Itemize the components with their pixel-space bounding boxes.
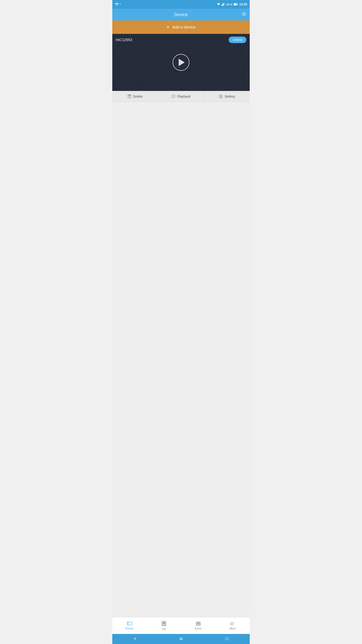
- setting-icon: [219, 94, 223, 98]
- svg-rect-8: [237, 4, 238, 5]
- device-name: HIC12553: [116, 38, 132, 42]
- content-area: [112, 102, 250, 617]
- svg-rect-3: [223, 3, 224, 6]
- svg-point-25: [164, 623, 165, 624]
- action-bar: Delete Playback Setting: [112, 91, 250, 102]
- device-nav-icon: [127, 621, 132, 626]
- nav-label-event: Event: [195, 627, 202, 630]
- nav-label-file: File: [162, 628, 166, 630]
- svg-point-16: [220, 96, 221, 97]
- back-button[interactable]: [130, 635, 140, 643]
- svg-rect-24: [162, 622, 166, 626]
- svg-point-31: [199, 623, 199, 624]
- battery-percent: 83 %: [227, 3, 232, 6]
- back-icon: [133, 637, 137, 640]
- header-title: Device: [174, 12, 188, 17]
- svg-rect-1: [222, 4, 222, 6]
- nav-label-device: Device: [125, 627, 134, 630]
- signal-icon: [222, 3, 225, 6]
- status-right: 83 % 13:28: [217, 3, 247, 6]
- svg-point-29: [197, 623, 198, 624]
- nav-label-more: More: [229, 627, 236, 630]
- svg-rect-9: [128, 95, 131, 98]
- home-button[interactable]: [176, 635, 186, 643]
- svg-rect-10: [129, 96, 129, 98]
- nav-item-event[interactable]: Event: [181, 617, 215, 634]
- refresh-icon: [242, 12, 246, 16]
- app-header: Device: [112, 9, 250, 20]
- refresh-button[interactable]: [242, 12, 246, 18]
- add-device-label: Add a device: [172, 25, 196, 30]
- add-device-banner[interactable]: + Add a device: [112, 20, 250, 34]
- battery-icon: [234, 3, 238, 6]
- setting-button[interactable]: Setting: [204, 91, 250, 102]
- bottom-nav: Device File: [112, 617, 250, 634]
- system-nav-bar: [112, 634, 250, 644]
- more-nav-icon: [230, 621, 235, 626]
- svg-rect-2: [222, 4, 223, 6]
- wifi-icon: [115, 3, 119, 6]
- device-card-header: HIC12553 Online: [112, 34, 250, 46]
- device-card: HIC12553 Online: [112, 34, 250, 91]
- nav-item-file[interactable]: File: [147, 617, 181, 634]
- playback-icon: [171, 94, 175, 98]
- delete-button[interactable]: Delete: [112, 91, 158, 102]
- svg-point-35: [230, 622, 231, 623]
- nav-item-device[interactable]: Device: [112, 617, 147, 634]
- time-display: 13:28: [239, 3, 247, 6]
- home-icon: [179, 637, 183, 640]
- recents-button[interactable]: [222, 635, 232, 643]
- svg-marker-15: [173, 96, 174, 97]
- playback-label: Playback: [177, 94, 191, 98]
- play-triangle-icon: [179, 59, 185, 66]
- playback-button[interactable]: Playback: [158, 91, 204, 102]
- svg-point-0: [116, 5, 117, 6]
- online-badge: Online: [229, 36, 246, 43]
- status-left: ?: [115, 3, 121, 6]
- delete-icon: [128, 94, 131, 98]
- wifi-question: ?: [120, 3, 121, 6]
- recents-icon: [225, 637, 229, 640]
- add-plus-icon: +: [166, 24, 170, 30]
- svg-point-30: [198, 623, 198, 624]
- svg-rect-7: [234, 4, 237, 5]
- setting-label: Setting: [225, 94, 235, 98]
- svg-rect-13: [129, 94, 130, 95]
- file-nav-icon-alt: [161, 622, 167, 626]
- delete-label: Delete: [133, 94, 143, 98]
- svg-rect-12: [128, 95, 131, 96]
- play-button[interactable]: [173, 54, 189, 71]
- status-bar: ? 83 % 13:2: [112, 0, 250, 9]
- event-nav-icon: [196, 621, 201, 626]
- svg-rect-38: [226, 637, 228, 640]
- svg-rect-11: [130, 96, 130, 98]
- phone-container: ? 83 % 13:2: [112, 0, 250, 644]
- nav-item-more[interactable]: More: [215, 617, 250, 634]
- svg-point-36: [230, 623, 231, 624]
- svg-point-37: [230, 624, 231, 625]
- alarm-icon: [217, 3, 220, 6]
